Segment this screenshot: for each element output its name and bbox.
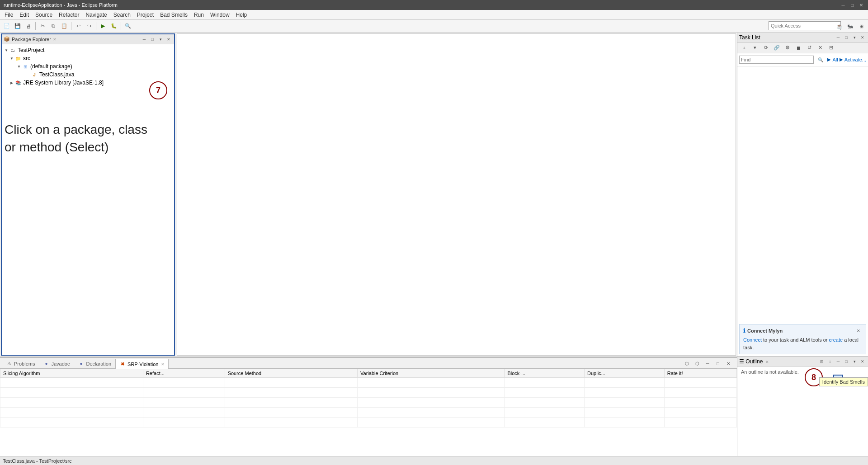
- package-explorer: 📦 Package Explorer ✕ ─ □ ▾ ✕ ▼: [1, 33, 175, 356]
- tl-filter-btn[interactable]: ▾: [750, 43, 760, 53]
- close-button[interactable]: ✕: [858, 2, 864, 8]
- outline-collapse-icon[interactable]: ⊟: [818, 358, 826, 365]
- outline-maximize-icon[interactable]: □: [843, 358, 850, 365]
- quick-access-input[interactable]: [769, 21, 841, 30]
- task-all-label[interactable]: All: [832, 57, 838, 62]
- pe-close-icon[interactable]: ✕: [165, 36, 172, 43]
- col-variable: Variable Criterion: [358, 369, 505, 378]
- package-explorer-tab-marker: ✕: [53, 37, 57, 42]
- connect-link[interactable]: Connect: [743, 337, 762, 343]
- tl-new-task-btn[interactable]: +: [739, 43, 749, 53]
- pe-minimize-icon[interactable]: ─: [141, 36, 148, 43]
- task-find-arrow[interactable]: ▶: [827, 57, 831, 62]
- toolbar-save[interactable]: 💾: [13, 21, 23, 31]
- tl-close-icon[interactable]: ✕: [859, 34, 866, 41]
- task-arrow2[interactable]: ▶: [840, 57, 843, 62]
- tree-item-jre[interactable]: ▶ 📚 JRE System Library [JavaSE-1.8]: [2, 79, 174, 87]
- connect-mylyn-title: ℹ Connect Mylyn: [743, 328, 783, 334]
- menu-navigate[interactable]: Navigate: [83, 11, 109, 19]
- pe-maximize-icon[interactable]: □: [149, 36, 156, 43]
- toolbar-sep-4: [121, 22, 121, 30]
- status-text: TestClass.java - TestProject/src: [3, 458, 72, 464]
- tab-declaration[interactable]: ● Declaration: [74, 358, 115, 368]
- package-explorer-icon: 📦: [4, 36, 10, 42]
- toolbar-run[interactable]: ▶: [98, 21, 108, 31]
- toolbar-perspective-debug[interactable]: 🐜: [845, 21, 855, 31]
- tl-collapse-btn[interactable]: ⊟: [826, 43, 836, 53]
- src-folder-icon: 📁: [14, 55, 22, 62]
- tab-javadoc-label: Javadoc: [51, 361, 70, 366]
- toolbar-paste[interactable]: 📋: [59, 21, 69, 31]
- toolbar-undo[interactable]: ↩: [73, 21, 83, 31]
- outline-close-icon[interactable]: ✕: [859, 358, 866, 365]
- toolbar-debug[interactable]: 🐛: [109, 21, 119, 31]
- task-list-header: Task List ─ □ ▾ ✕: [737, 33, 868, 42]
- top-area: 📦 Package Explorer ✕ ─ □ ▾ ✕ ▼: [0, 33, 737, 357]
- tab-problems-label: Problems: [14, 361, 35, 366]
- outline-view-menu-icon[interactable]: ▾: [851, 358, 858, 365]
- toolbar-new[interactable]: 📄: [2, 21, 12, 31]
- tree-item-default-package[interactable]: ▼ ⊞ (default package): [2, 62, 174, 70]
- toolbar-copy[interactable]: ⧉: [48, 21, 58, 31]
- task-find-input[interactable]: [739, 56, 814, 64]
- toolbar-open-perspective[interactable]: ⊞: [856, 21, 866, 31]
- pe-view-menu-icon[interactable]: ▾: [157, 36, 164, 43]
- menu-window[interactable]: Window: [208, 11, 232, 19]
- title-text: runtime-EclipseApplication - Java - Ecli…: [4, 2, 118, 8]
- task-list-header-icons: ─ □ ▾ ✕: [835, 34, 866, 41]
- connect-mylyn-info-icon: ℹ: [743, 328, 745, 334]
- tl-settings-btn[interactable]: ⚙: [783, 43, 793, 53]
- menu-source[interactable]: Source: [33, 11, 55, 19]
- tree-arrow-default-package: ▼: [16, 65, 22, 69]
- tree-item-testclass[interactable]: ▶ J TestClass.java: [2, 70, 174, 79]
- toolbar-search[interactable]: 🔍: [123, 21, 133, 31]
- main-container: 📦 Package Explorer ✕ ─ □ ▾ ✕ ▼: [0, 33, 868, 456]
- task-find-search-icon[interactable]: 🔍: [816, 55, 826, 65]
- toolbar-redo[interactable]: ↪: [84, 21, 94, 31]
- tree-item-src[interactable]: ▼ 📁 src: [2, 54, 174, 62]
- menu-file[interactable]: File: [2, 11, 16, 19]
- package-explorer-title: 📦 Package Explorer ✕: [4, 36, 57, 42]
- tab-srp[interactable]: ✖ SRP-Violation ✕: [115, 359, 169, 369]
- toolbar-cut[interactable]: ✂: [38, 21, 47, 31]
- tl-minimize-icon[interactable]: ─: [835, 34, 842, 41]
- tab-problems[interactable]: ⚠ Problems: [2, 358, 39, 368]
- minimize-button[interactable]: ─: [840, 2, 846, 8]
- task-activate-label[interactable]: Activate...: [844, 57, 866, 62]
- connect-text2: to your task and ALM tools or: [762, 337, 829, 343]
- menu-edit[interactable]: Edit: [17, 11, 32, 19]
- tab-srp-close[interactable]: ✕: [161, 362, 165, 366]
- tl-stop-btn[interactable]: ⏹: [793, 43, 803, 53]
- outline-minimize-icon[interactable]: ─: [835, 358, 842, 365]
- task-list-title: Task List: [739, 34, 760, 41]
- tree-item-testproject[interactable]: ▼ 🗂 TestProject: [2, 46, 174, 54]
- col-slicing: Slicing Algorithm: [0, 369, 143, 378]
- tab-javadoc[interactable]: ● Javadoc: [39, 358, 74, 368]
- bottom-toolbar-btn1[interactable]: ⬡: [682, 358, 692, 368]
- toolbar-perspective-java[interactable]: ☕: [835, 21, 844, 31]
- tl-maximize-icon[interactable]: □: [843, 34, 850, 41]
- bottom-toolbar-btn4[interactable]: □: [713, 358, 723, 368]
- menu-help[interactable]: Help: [233, 11, 250, 19]
- menu-bad-smells[interactable]: Bad Smells: [157, 11, 190, 19]
- connect-mylyn: ℹ Connect Mylyn ✕ Connect to your task a…: [739, 324, 866, 354]
- menu-run[interactable]: Run: [191, 11, 207, 19]
- tl-view-menu-icon[interactable]: ▾: [851, 34, 858, 41]
- menu-search[interactable]: Search: [111, 11, 133, 19]
- toolbar-print[interactable]: 🖨: [24, 21, 33, 31]
- menu-project[interactable]: Project: [134, 11, 156, 19]
- outline-header: ☰ Outline ✕ ⊟ ↕ ─ □ ▾ ✕: [737, 357, 868, 366]
- tl-refresh-btn[interactable]: ↺: [804, 43, 814, 53]
- bottom-toolbar-close[interactable]: ✕: [723, 358, 733, 368]
- tl-sync-btn[interactable]: ⟳: [761, 43, 771, 53]
- outline-sort-icon[interactable]: ↕: [826, 358, 834, 365]
- tl-delete-btn[interactable]: ✕: [815, 43, 825, 53]
- tl-repo-btn[interactable]: 🔗: [772, 43, 782, 53]
- bottom-toolbar-btn3[interactable]: ─: [703, 358, 712, 368]
- create-link[interactable]: create: [829, 337, 843, 343]
- bottom-toolbar-btn2[interactable]: ⬡: [692, 358, 702, 368]
- menu-refactor[interactable]: Refactor: [56, 11, 82, 19]
- connect-mylyn-close-icon[interactable]: ✕: [855, 327, 862, 334]
- editor-area[interactable]: [177, 33, 736, 356]
- maximize-button[interactable]: □: [849, 2, 855, 8]
